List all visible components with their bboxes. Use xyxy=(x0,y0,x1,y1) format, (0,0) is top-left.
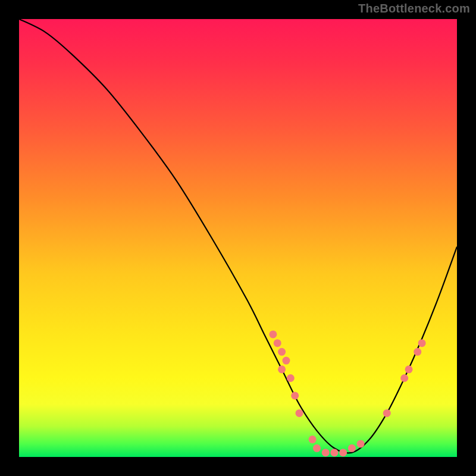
marker-dot xyxy=(330,449,338,456)
marker-dot xyxy=(274,339,281,347)
marker-dot xyxy=(405,365,413,373)
curve-svg xyxy=(19,19,457,457)
marker-dot xyxy=(357,440,365,447)
marker-dot xyxy=(282,357,290,365)
marker-dot xyxy=(278,348,286,356)
marker-dot xyxy=(278,365,286,373)
marker-dot xyxy=(383,409,391,417)
marker-dot xyxy=(414,348,421,356)
marker-dot xyxy=(269,330,277,338)
marker-dot xyxy=(291,392,299,399)
marker-dot xyxy=(400,374,408,382)
marker-dot xyxy=(339,449,347,456)
chart-container: TheBottleneck.com xyxy=(0,0,476,476)
marker-dot xyxy=(287,374,295,382)
bottleneck-curve xyxy=(19,19,457,453)
marker-dot xyxy=(348,444,356,452)
marker-dot xyxy=(313,444,321,452)
marker-dot xyxy=(322,449,330,456)
marker-dots-group xyxy=(269,330,425,456)
marker-dot xyxy=(296,409,303,417)
plot-area xyxy=(19,19,457,457)
marker-dot xyxy=(309,436,317,443)
watermark-text: TheBottleneck.com xyxy=(358,2,470,15)
marker-dot xyxy=(418,339,426,347)
